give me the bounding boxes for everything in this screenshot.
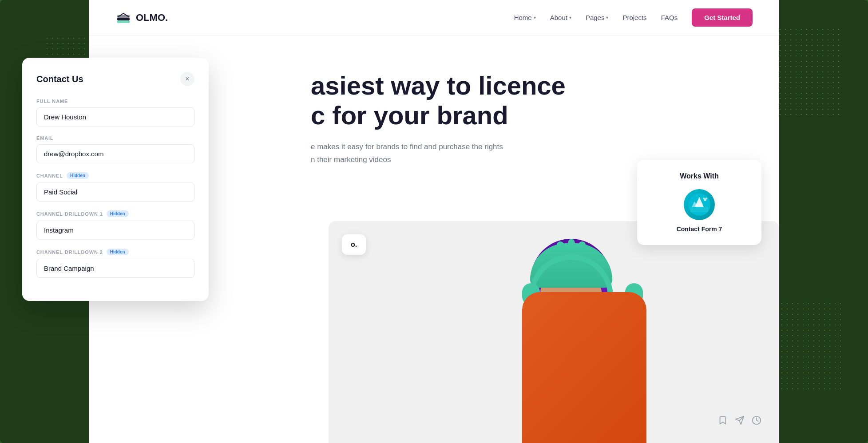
bookmark-icon[interactable] (718, 415, 728, 425)
nav-links: Home ▾ About ▾ Pages ▾ Projects FAQs Get… (514, 8, 753, 27)
contact-form-7-label: Contact Form 7 (648, 225, 751, 233)
hero-card-logo: o. (342, 234, 366, 255)
beanie-ear-right (579, 241, 586, 248)
modal-header: Contact Us × (36, 72, 194, 86)
side-panel-right (770, 0, 868, 443)
works-with-card: Works With Contact Form 7 (637, 160, 761, 245)
contact-modal: Contact Us × FULL NAME EMAIL CHANNEL Hid… (22, 58, 209, 301)
get-started-button[interactable]: Get Started (692, 8, 753, 27)
hero-heading: asiest way to licence c for your brand (311, 71, 744, 130)
modal-close-button[interactable]: × (180, 72, 194, 86)
hero-image-area: o. (329, 221, 779, 443)
svg-rect-10 (690, 207, 708, 212)
beanie-ear-left (557, 241, 564, 248)
nav-projects[interactable]: Projects (622, 14, 646, 21)
chevron-down-icon: ▾ (606, 15, 608, 20)
input-channel-drilldown-2[interactable] (36, 259, 194, 278)
input-channel[interactable] (36, 182, 194, 202)
chevron-down-icon: ▾ (534, 15, 536, 20)
navbar: OLMO. Home ▾ About ▾ Pages ▾ Projects FA… (89, 0, 779, 36)
works-with-title: Works With (648, 172, 751, 180)
svg-rect-1 (117, 20, 130, 23)
nav-about[interactable]: About ▾ (550, 14, 571, 21)
chevron-down-icon: ▾ (569, 15, 571, 20)
nav-pages[interactable]: Pages ▾ (586, 14, 609, 21)
hidden-badge-channel: Hidden (67, 172, 89, 179)
label-full-name: FULL NAME (36, 99, 194, 104)
nav-faqs[interactable]: FAQs (661, 14, 678, 21)
form-group-channel-drilldown-1: CHANNEL DRILLDOWN 1 Hidden (36, 210, 194, 240)
hidden-badge-drilldown-1: Hidden (107, 210, 129, 217)
label-channel-drilldown-1: CHANNEL DRILLDOWN 1 Hidden (36, 210, 194, 217)
form-group-full-name: FULL NAME (36, 99, 194, 127)
svg-point-12 (703, 198, 705, 199)
input-full-name[interactable] (36, 107, 194, 127)
label-channel-drilldown-2: CHANNEL DRILLDOWN 2 Hidden (36, 249, 194, 255)
contact-form-7-icon (684, 189, 715, 220)
hero-description: e makes it easy for brands to find and p… (311, 141, 542, 166)
logo[interactable]: OLMO. (115, 10, 168, 26)
input-email[interactable] (36, 144, 194, 163)
svg-point-13 (705, 198, 707, 199)
clock-icon[interactable] (752, 415, 761, 425)
input-channel-drilldown-1[interactable] (36, 221, 194, 240)
hero-text: asiest way to licence c for your brand e… (311, 71, 744, 166)
logo-text: OLMO. (136, 12, 168, 24)
beanie-pom (568, 239, 575, 249)
hidden-badge-drilldown-2: Hidden (107, 249, 129, 255)
form-group-channel: CHANNEL Hidden (36, 172, 194, 202)
form-group-channel-drilldown-2: CHANNEL DRILLDOWN 2 Hidden (36, 249, 194, 278)
svg-rect-0 (117, 18, 130, 20)
form-group-email: EMAIL (36, 135, 194, 163)
label-email: EMAIL (36, 135, 194, 141)
label-channel: CHANNEL Hidden (36, 172, 194, 179)
orange-jacket (522, 292, 646, 443)
icon-bar (718, 415, 761, 425)
logo-icon (115, 10, 131, 26)
modal-title: Contact Us (36, 74, 83, 84)
send-icon[interactable] (735, 415, 745, 425)
person-figure (509, 230, 660, 443)
nav-home[interactable]: Home ▾ (514, 14, 536, 21)
